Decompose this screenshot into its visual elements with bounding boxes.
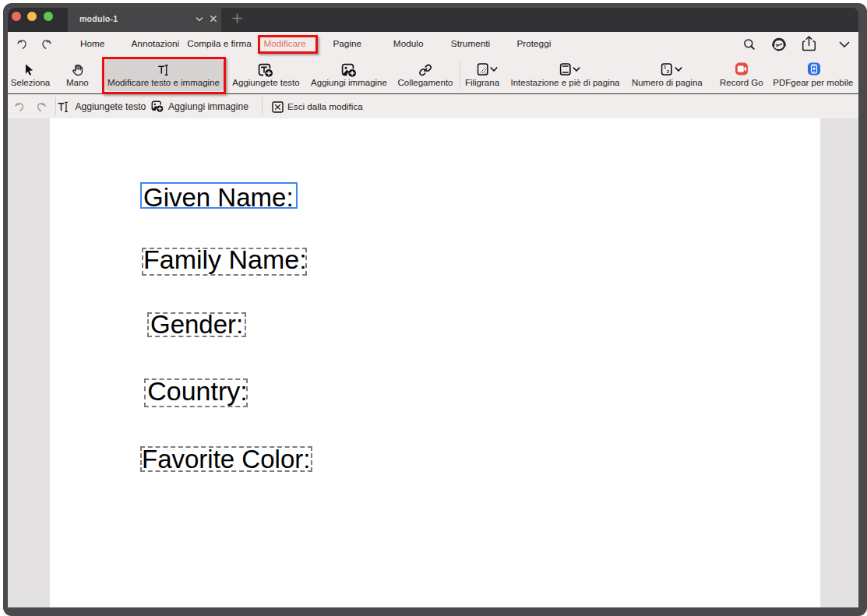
svg-text:2: 2 (667, 69, 670, 74)
